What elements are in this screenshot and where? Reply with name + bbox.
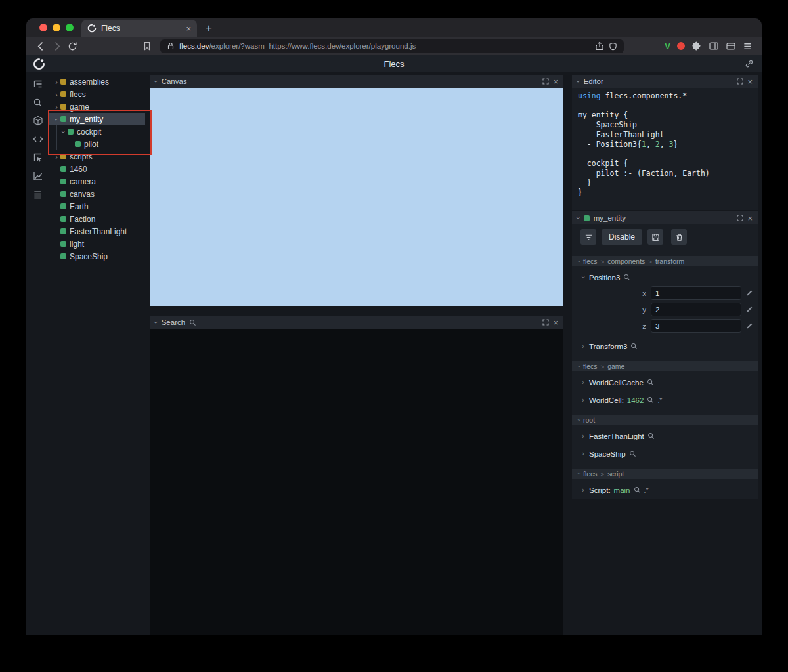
magnifier-icon[interactable] <box>634 486 641 494</box>
chevron-down-icon[interactable]: › <box>575 80 582 83</box>
edit-icon[interactable] <box>746 306 753 313</box>
magnifier-icon[interactable] <box>647 396 654 404</box>
delete-button[interactable] <box>671 229 687 245</box>
code-icon[interactable] <box>32 133 44 145</box>
component-row[interactable]: ›FasterThanLight <box>572 431 758 441</box>
filter-list-button[interactable] <box>580 229 596 245</box>
save-button[interactable] <box>647 229 663 245</box>
chevron-down-icon[interactable]: › <box>576 261 582 262</box>
chevron-down-icon[interactable]: › <box>575 217 582 219</box>
edit-icon[interactable] <box>746 289 753 297</box>
chevron-down-icon[interactable]: › <box>576 366 582 368</box>
tree-item-flecs[interactable]: ›flecs <box>49 88 145 100</box>
expand-panel-icon[interactable] <box>737 78 743 85</box>
chevron-right-icon[interactable]: › <box>53 103 60 111</box>
section-header[interactable]: ›flecs>script <box>572 469 758 479</box>
chevron-right-icon[interactable]: › <box>53 91 60 98</box>
chevron-down-icon[interactable]: › <box>580 275 587 280</box>
tree-item-canvas[interactable]: canvas <box>49 188 145 200</box>
sidebar-toggle-icon[interactable] <box>709 41 719 51</box>
share-link-icon[interactable] <box>745 59 754 68</box>
address-bar[interactable]: flecs.dev/explorer/?wasm=https://www.fle… <box>160 39 624 53</box>
tree-item-pilot[interactable]: pilot <box>49 138 145 150</box>
expand-panel-icon[interactable] <box>542 78 549 85</box>
chart-icon[interactable] <box>32 170 44 182</box>
reload-button[interactable] <box>64 38 80 54</box>
section-header[interactable]: ›flecs>game <box>572 361 758 371</box>
section-header[interactable]: ›flecs>components>transform <box>572 256 758 266</box>
expand-panel-icon[interactable] <box>737 215 743 221</box>
tree-item-SpaceShip[interactable]: SpaceShip <box>49 250 145 262</box>
tree-item-camera[interactable]: camera <box>49 175 145 188</box>
disable-button[interactable]: Disable <box>602 229 642 245</box>
field-input-y[interactable] <box>651 303 741 316</box>
field-input-z[interactable] <box>651 319 741 333</box>
tree-item-light[interactable]: light <box>49 238 145 250</box>
cube-icon[interactable] <box>32 115 44 127</box>
close-panel-icon[interactable]: × <box>747 214 753 222</box>
chevron-down-icon[interactable]: › <box>152 321 160 324</box>
magnifier-icon[interactable] <box>647 379 654 386</box>
extensions-puzzle-icon[interactable] <box>691 41 702 51</box>
field-input-x[interactable] <box>651 286 741 300</box>
tree-item-1460[interactable]: 1460 <box>49 163 145 175</box>
chevron-right-icon[interactable]: › <box>53 78 60 86</box>
search-icon[interactable] <box>32 96 44 108</box>
component-row[interactable]: ›SpaceShip <box>572 449 758 459</box>
edit-icon[interactable] <box>746 322 753 329</box>
component-row[interactable]: ›WorldCell:1462.* <box>572 395 758 405</box>
stats-rows-icon[interactable] <box>32 188 44 200</box>
tree-item-game[interactable]: ›game <box>49 100 145 113</box>
shield-icon[interactable] <box>609 42 617 51</box>
bookmark-icon[interactable] <box>139 38 155 54</box>
editor-panel-header[interactable]: › Editor × <box>572 75 758 88</box>
chevron-down-icon[interactable]: › <box>60 129 68 135</box>
magnifier-icon[interactable] <box>629 450 636 457</box>
wallet-icon[interactable] <box>726 41 736 51</box>
inspect-cursor-icon[interactable] <box>32 152 44 163</box>
tree-item-scripts[interactable]: ›scripts <box>49 150 145 163</box>
tree-item-cockpit[interactable]: ›cockpit <box>49 125 145 138</box>
tree-item-Faction[interactable]: Faction <box>49 213 145 225</box>
chevron-down-icon[interactable]: › <box>152 80 160 83</box>
forward-button[interactable] <box>49 38 64 54</box>
search-results-area[interactable] <box>150 329 563 635</box>
chevron-down-icon[interactable]: › <box>576 419 582 421</box>
canvas-panel-header[interactable]: › Canvas × <box>150 75 563 88</box>
magnifier-icon[interactable] <box>623 274 630 281</box>
section-header[interactable]: ›root <box>572 415 758 425</box>
chevron-down-icon[interactable]: › <box>53 116 60 123</box>
chevron-down-icon[interactable]: › <box>576 473 582 475</box>
expand-panel-icon[interactable] <box>542 319 549 326</box>
red-extension-icon[interactable] <box>677 42 685 50</box>
tree-item-assemblies[interactable]: ›assemblies <box>49 75 145 88</box>
minimize-window-button[interactable] <box>53 24 60 32</box>
close-panel-icon[interactable]: × <box>553 77 558 86</box>
close-window-button[interactable] <box>39 24 47 32</box>
vimium-extension-icon[interactable]: V <box>665 41 670 51</box>
chevron-right-icon[interactable]: › <box>53 153 60 161</box>
close-panel-icon[interactable]: × <box>747 77 753 86</box>
inspector-panel-header[interactable]: › my_entity × <box>572 211 758 224</box>
tree-item-FasterThanLight[interactable]: FasterThanLight <box>49 225 145 238</box>
close-tab-icon[interactable]: × <box>186 24 191 33</box>
component-row[interactable]: ›Transform3 <box>572 341 758 351</box>
share-icon[interactable] <box>595 41 604 51</box>
hierarchy-tree-icon[interactable] <box>32 78 44 90</box>
component-row[interactable]: ›Script:main.* <box>572 485 758 495</box>
magnifier-icon[interactable] <box>647 432 655 440</box>
close-panel-icon[interactable]: × <box>553 318 558 327</box>
back-button[interactable] <box>33 38 49 54</box>
component-row[interactable]: ›Position3 <box>572 272 758 282</box>
browser-tab[interactable]: Flecs × <box>81 20 197 37</box>
search-panel-header[interactable]: › Search × <box>150 316 563 329</box>
editor-code[interactable]: using flecs.components.* my_entity { - S… <box>572 88 758 210</box>
tree-item-Earth[interactable]: Earth <box>49 200 145 213</box>
tree-item-my_entity[interactable]: ›my_entity <box>49 113 145 125</box>
magnifier-icon[interactable] <box>630 343 638 350</box>
new-tab-button[interactable]: + <box>206 22 212 33</box>
render-canvas[interactable] <box>150 88 563 306</box>
component-row[interactable]: ›WorldCellCache <box>572 377 758 387</box>
zoom-window-button[interactable] <box>66 24 74 32</box>
menu-icon[interactable] <box>743 41 753 51</box>
